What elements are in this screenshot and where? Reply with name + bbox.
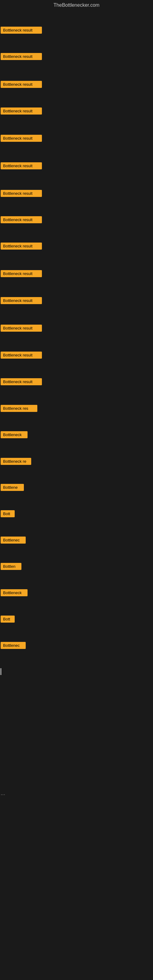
cursor-line <box>1 668 1 675</box>
bottleneck-badge[interactable]: Bottlenec <box>1 642 26 649</box>
bottleneck-badge[interactable]: Bottleneck result <box>1 270 42 277</box>
bottleneck-badge[interactable]: Bottlenec <box>1 536 26 544</box>
list-item: Bottlen <box>1 563 21 571</box>
bottleneck-badge[interactable]: Bottleneck <box>1 589 27 596</box>
list-item: Bottleneck result <box>1 216 42 224</box>
bottleneck-badge[interactable]: Bottleneck result <box>1 108 42 115</box>
bottleneck-badge[interactable]: Bottleneck result <box>1 53 42 60</box>
bottleneck-badge[interactable]: Bottleneck result <box>1 81 42 88</box>
bottleneck-badge[interactable]: Bottleneck result <box>1 135 42 142</box>
items-container: Bottleneck result Bottleneck result Bott… <box>0 9 153 980</box>
bottleneck-badge[interactable]: Bottleneck result <box>1 297 42 304</box>
list-item: Bottleneck <box>1 431 27 439</box>
list-item: Bottleneck <box>1 589 27 598</box>
bottleneck-badge[interactable]: Bottleneck res <box>1 405 37 412</box>
bottleneck-badge[interactable]: Bottleneck result <box>1 216 42 223</box>
bottleneck-badge[interactable]: Bottleneck result <box>1 27 42 34</box>
bottleneck-badge[interactable]: Bott <box>1 510 15 517</box>
list-item: Bottleneck result <box>1 297 42 305</box>
bottleneck-badge[interactable]: Bottleneck result <box>1 190 42 197</box>
bottleneck-badge[interactable]: Bottleneck result <box>1 243 42 250</box>
bottleneck-badge[interactable]: Bottleneck result <box>1 352 42 359</box>
list-item: Bottleneck result <box>1 27 42 35</box>
list-item: Bottleneck result <box>1 352 42 360</box>
bottleneck-badge[interactable]: Bott <box>1 616 15 623</box>
bottleneck-badge[interactable]: Bottleneck result <box>1 162 42 169</box>
site-title: TheBottlenecker.com <box>0 0 153 9</box>
list-item: Bottleneck result <box>1 190 42 198</box>
list-item: Bottleneck result <box>1 325 42 333</box>
bottleneck-badge[interactable]: Bottlen <box>1 563 21 570</box>
list-item: Bottleneck result <box>1 81 42 89</box>
list-item: Bottleneck result <box>1 108 42 116</box>
dots-indicator: ... <box>1 790 5 797</box>
list-item: Bottleneck result <box>1 378 42 387</box>
list-item: Bottleneck res <box>1 405 37 413</box>
bottleneck-badge[interactable]: Bottleneck re <box>1 458 31 465</box>
list-item: Bottleneck result <box>1 135 42 143</box>
list-item: Bottlene <box>1 484 24 492</box>
bottleneck-badge[interactable]: Bottleneck result <box>1 378 42 385</box>
bottleneck-badge[interactable]: Bottleneck <box>1 431 27 438</box>
list-item: Bottlenec <box>1 642 26 650</box>
list-item: Bottlenec <box>1 536 26 545</box>
list-item: Bottleneck result <box>1 270 42 278</box>
list-item: Bottleneck result <box>1 162 42 170</box>
bottleneck-badge[interactable]: Bottleneck result <box>1 325 42 332</box>
bottleneck-badge[interactable]: Bottlene <box>1 484 24 491</box>
list-item: Bott <box>1 510 15 519</box>
list-item: Bottleneck result <box>1 243 42 251</box>
page-wrapper: TheBottlenecker.com Bottleneck result Bo… <box>0 0 153 980</box>
list-item: Bottleneck result <box>1 53 42 61</box>
list-item: Bott <box>1 616 15 624</box>
list-item: Bottleneck re <box>1 458 31 466</box>
